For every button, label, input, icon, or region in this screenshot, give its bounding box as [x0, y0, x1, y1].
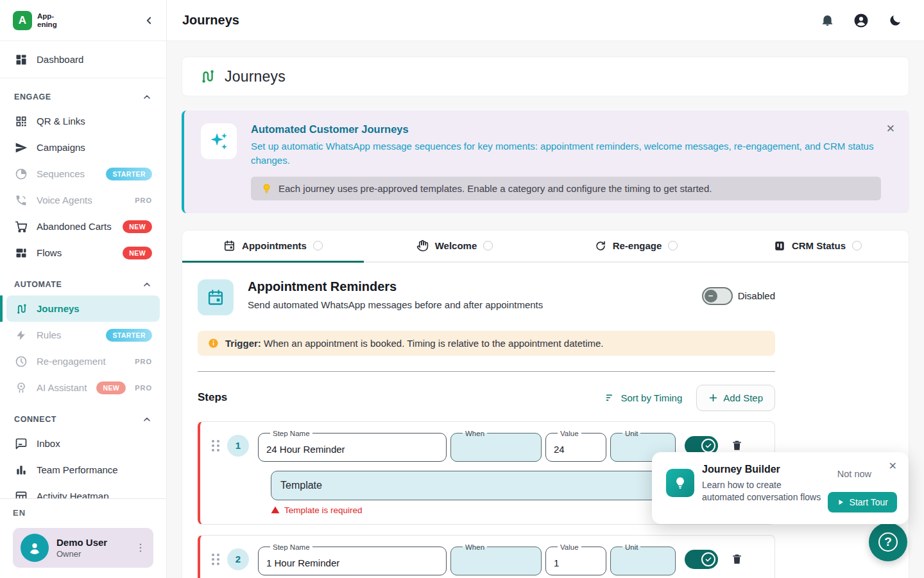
sidebar-header: A App- ening: [0, 0, 166, 41]
popup-dismiss-button[interactable]: Not now: [837, 469, 871, 479]
qr-code-icon: [14, 114, 28, 128]
user-card[interactable]: Demo User Owner ⋮: [13, 528, 153, 568]
drag-handle-icon[interactable]: [212, 554, 221, 565]
sidebar-item-inbox[interactable]: Inbox: [6, 430, 160, 457]
sidebar-item-rules[interactable]: Rules STARTER: [6, 322, 160, 348]
sidebar-item-label: AI Assistant: [37, 382, 87, 393]
sidebar-item-re-engagement[interactable]: Re-engagement PRO: [6, 348, 160, 374]
steps-header: Steps Sort by Timing Add Step: [198, 385, 775, 411]
notifications-bell-icon[interactable]: [821, 13, 834, 27]
category-meta: Appointment Reminders Send automated Wha…: [248, 279, 543, 310]
tab-appointments[interactable]: Appointments: [182, 231, 364, 261]
sidebar-item-team-performance[interactable]: Team Performance: [6, 457, 160, 483]
banner-close-icon[interactable]: ✕: [886, 123, 895, 134]
sidebar-item-activity-heatmap[interactable]: Activity Heatmap: [6, 483, 160, 498]
bulb-tile-icon: [666, 469, 694, 497]
sidebar-item-label: Activity Heatmap: [37, 491, 109, 498]
category-header: Appointment Reminders Send automated Wha…: [198, 279, 775, 315]
section-header-automate[interactable]: AUTOMATE: [6, 274, 160, 295]
plus-icon: [708, 393, 718, 403]
check-circle-icon: [701, 439, 715, 453]
sidebar-item-label: Abandoned Carts: [37, 221, 112, 232]
topbar-title: Journeys: [182, 13, 239, 28]
sidebar-item-sequences[interactable]: Sequences STARTER: [6, 161, 160, 187]
section-header-engage[interactable]: ENGAGE: [6, 86, 160, 108]
intro-banner: Automated Customer Journeys Set up autom…: [182, 110, 909, 213]
info-icon: [208, 338, 219, 349]
unit-label: Unit: [622, 543, 640, 551]
sidebar-item-flows[interactable]: Flows NEW: [6, 240, 160, 266]
add-step-button[interactable]: Add Step: [696, 385, 775, 411]
trigger-label: Trigger:: [225, 338, 261, 349]
sort-by-timing-button[interactable]: Sort by Timing: [604, 392, 682, 403]
tab-crm-status[interactable]: CRM Status: [727, 231, 909, 261]
flows-icon: [14, 246, 28, 260]
tab-re-engage[interactable]: Re-engage: [545, 231, 727, 261]
sequence-icon: [14, 167, 28, 181]
template-placeholder: Template: [280, 480, 322, 491]
start-tour-button[interactable]: Start Tour: [828, 492, 897, 512]
sidebar-collapse-button[interactable]: [143, 15, 155, 26]
step-name-input[interactable]: [266, 557, 438, 568]
unit-field[interactable]: Unit: [610, 543, 676, 575]
value-field[interactable]: Value: [545, 430, 606, 462]
topbar-actions: [821, 13, 902, 28]
user-name: Demo User: [56, 537, 107, 548]
send-icon: [14, 141, 28, 155]
value-input[interactable]: [554, 444, 598, 455]
when-label: When: [463, 543, 487, 551]
brand-name: App- ening: [37, 12, 57, 28]
tab-status-circle: [483, 241, 493, 250]
banner-row: Automated Customer Journeys Set up autom…: [201, 123, 881, 200]
trigger-body: When an appointment is booked. Timing is…: [264, 338, 603, 349]
step-row: 2 Step Name When Value: [208, 543, 764, 575]
help-fab-button[interactable]: ?: [869, 523, 907, 561]
sidebar-item-ai-assistant[interactable]: AI Assistant NEW PRO: [6, 374, 160, 401]
section-header-connect[interactable]: CONNECT: [6, 408, 160, 430]
wave-hand-icon: [416, 240, 429, 252]
category-toggle[interactable]: −: [702, 287, 733, 305]
trash-icon[interactable]: [731, 553, 743, 565]
sidebar-footer: EN Demo User Owner ⋮: [0, 498, 166, 578]
sidebar-item-label: Campaigns: [37, 142, 85, 153]
drag-handle-icon[interactable]: [212, 440, 221, 451]
toggle-state-label: Disabled: [738, 290, 775, 301]
value-field[interactable]: Value: [545, 543, 606, 575]
step-name-field[interactable]: Step Name: [258, 543, 447, 575]
dark-mode-moon-icon[interactable]: [888, 13, 902, 28]
account-icon[interactable]: [853, 13, 869, 28]
step-name-field[interactable]: Step Name: [258, 430, 447, 462]
chat-icon: [14, 437, 28, 451]
when-label: When: [463, 430, 487, 437]
tab-welcome[interactable]: Welcome: [364, 231, 545, 261]
sidebar-item-abandoned-carts[interactable]: Abandoned Carts NEW: [6, 213, 160, 240]
lightning-icon: [14, 328, 28, 342]
sidebar-item-voice-agents[interactable]: Voice Agents PRO: [6, 187, 160, 213]
user-menu-icon[interactable]: ⋮: [135, 543, 146, 553]
popup-close-icon[interactable]: ✕: [889, 461, 897, 471]
sidebar-item-journeys[interactable]: Journeys: [6, 295, 160, 322]
new-badge: NEW: [96, 381, 126, 394]
when-field[interactable]: When: [450, 543, 542, 575]
unit-label: Unit: [622, 430, 640, 437]
language-switcher[interactable]: EN: [13, 508, 153, 518]
sidebar-item-dashboard[interactable]: Dashboard: [6, 45, 160, 74]
trash-icon[interactable]: [731, 439, 743, 451]
sidebar-item-qr-links[interactable]: QR & Links: [6, 108, 160, 134]
step-name-input[interactable]: [266, 444, 438, 455]
clock-icon: [14, 355, 28, 369]
step-enabled-toggle[interactable]: [685, 550, 718, 569]
template-select[interactable]: Template: [271, 471, 687, 500]
dashboard-icon: [14, 53, 28, 67]
ai-head-icon: [14, 381, 28, 395]
when-field[interactable]: When: [450, 430, 542, 462]
banner-title: Automated Customer Journeys: [251, 123, 881, 136]
sidebar-item-label: Dashboard: [37, 54, 83, 65]
sidebar-item-label: Sequences: [37, 168, 85, 179]
section-label: AUTOMATE: [14, 280, 62, 289]
value-input[interactable]: [554, 557, 598, 568]
tab-label: Welcome: [435, 240, 477, 251]
sidebar-item-campaigns[interactable]: Campaigns: [6, 134, 160, 161]
value-label: Value: [558, 543, 581, 551]
sidebar-item-label: Team Performance: [37, 464, 118, 475]
